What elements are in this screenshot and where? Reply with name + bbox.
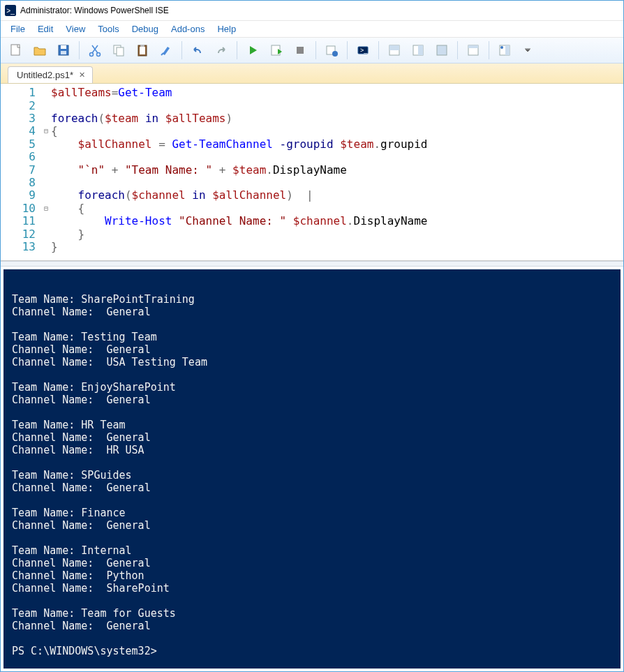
svg-point-5: [97, 52, 101, 56]
svg-rect-7: [117, 47, 124, 56]
menu-edit[interactable]: Edit: [32, 22, 59, 36]
menu-help[interactable]: Help: [211, 22, 242, 36]
toolbar: >_: [1, 38, 623, 64]
run-button[interactable]: [242, 40, 264, 61]
toolbar-separator: [378, 41, 379, 59]
svg-rect-12: [297, 47, 304, 54]
new-file-button[interactable]: [5, 40, 27, 61]
paste-button[interactable]: [131, 40, 154, 61]
menu-bar: File Edit View Tools Debug Add-ons Help: [1, 21, 623, 37]
tab-label: Untitled2.ps1*: [17, 70, 73, 80]
svg-text:>_: >_: [360, 47, 368, 54]
svg-point-4: [90, 52, 94, 56]
toolbar-separator: [457, 41, 458, 59]
svg-rect-21: [437, 45, 447, 55]
run-selection-button[interactable]: [265, 40, 288, 61]
tab-untitled2[interactable]: Untitled2.ps1* ✕: [8, 66, 93, 83]
toolbar-separator: [79, 41, 80, 59]
stop-button[interactable]: [289, 40, 311, 61]
breakpoint-button[interactable]: [320, 40, 343, 61]
script-editor[interactable]: 12345678910111213 ⊟⊟ $allTeams=Get-Team …: [1, 84, 623, 261]
svg-point-14: [332, 51, 338, 57]
window-title: Administrator: Windows PowerShell ISE: [20, 6, 169, 15]
cut-button[interactable]: [84, 40, 106, 61]
remote-button[interactable]: >_: [352, 40, 374, 61]
svg-rect-23: [468, 45, 478, 48]
console-output[interactable]: Team Name: SharePointTraining Channel Na…: [3, 269, 621, 669]
svg-rect-10: [140, 45, 144, 47]
toolbar-separator: [315, 41, 316, 59]
tab-strip: Untitled2.ps1* ✕: [1, 64, 623, 84]
undo-button[interactable]: [186, 40, 209, 61]
svg-rect-2: [61, 45, 66, 49]
line-number-gutter: 12345678910111213: [1, 84, 41, 260]
console-panel-wrap: Team Name: SharePointTraining Channel Na…: [1, 267, 623, 671]
show-command-button[interactable]: [462, 40, 484, 61]
svg-rect-20: [418, 45, 423, 55]
toolbar-separator: [347, 41, 348, 59]
powershell-icon: >_: [5, 5, 16, 16]
open-file-button[interactable]: [29, 40, 51, 61]
layout-full-button[interactable]: [431, 40, 453, 61]
svg-point-26: [500, 46, 503, 49]
layout-script-top-button[interactable]: [383, 40, 406, 61]
menu-view[interactable]: View: [60, 22, 91, 36]
splitter[interactable]: [1, 261, 623, 267]
menu-debug[interactable]: Debug: [126, 22, 164, 36]
svg-rect-9: [140, 47, 145, 54]
toolbar-overflow-button[interactable]: [517, 40, 540, 61]
copy-button[interactable]: [107, 40, 130, 61]
toolbar-separator: [489, 41, 489, 59]
svg-rect-3: [61, 51, 66, 54]
layout-side-button[interactable]: [407, 40, 429, 61]
close-tab-icon[interactable]: ✕: [79, 70, 85, 80]
redo-button[interactable]: [210, 40, 232, 61]
fold-gutter: ⊟⊟: [41, 84, 51, 260]
title-bar: >_ Administrator: Windows PowerShell ISE: [1, 1, 623, 21]
save-file-button[interactable]: [52, 40, 75, 61]
svg-rect-25: [505, 45, 510, 55]
menu-file[interactable]: File: [5, 22, 31, 36]
svg-rect-18: [389, 45, 399, 50]
show-command-addon-button[interactable]: [493, 40, 516, 61]
menu-tools[interactable]: Tools: [92, 22, 124, 36]
clear-button[interactable]: [155, 40, 177, 61]
toolbar-separator: [181, 41, 182, 59]
code-area[interactable]: $allTeams=Get-Team foreach($team in $all…: [51, 84, 623, 260]
svg-rect-0: [11, 45, 20, 55]
menu-addons[interactable]: Add-ons: [165, 22, 210, 36]
toolbar-separator: [237, 41, 237, 59]
